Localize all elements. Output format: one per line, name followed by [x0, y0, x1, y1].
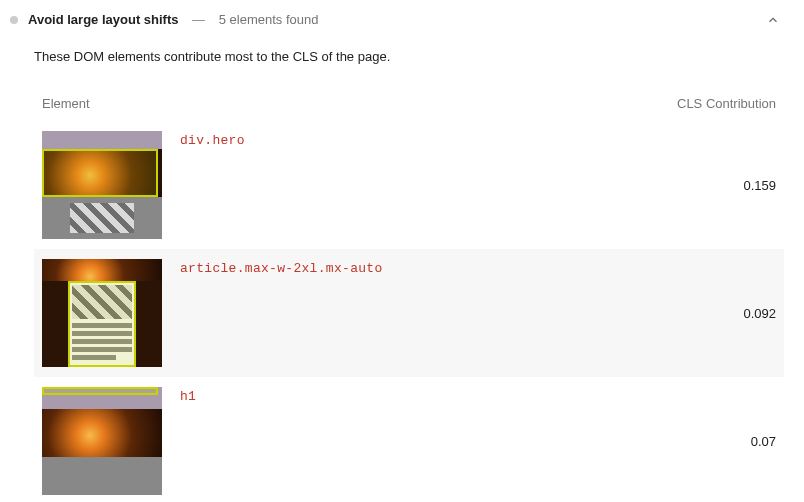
cls-value: 0.092: [706, 306, 776, 321]
audit-title: Avoid large layout shifts: [28, 12, 179, 27]
audit-header[interactable]: Avoid large layout shifts — 5 elements f…: [6, 6, 784, 33]
table-row[interactable]: h1 0.07: [34, 377, 784, 502]
table-row[interactable]: div.hero 0.159: [34, 121, 784, 249]
element-selector: article.max-w-2xl.mx-auto: [180, 259, 688, 276]
element-selector: h1: [180, 387, 688, 404]
element-selector: div.hero: [180, 131, 688, 148]
table-row[interactable]: article.max-w-2xl.mx-auto 0.092: [34, 249, 784, 377]
status-dot-icon: [10, 16, 18, 24]
element-thumbnail: [42, 387, 162, 495]
separator: —: [189, 12, 209, 27]
table-header: Element CLS Contribution: [34, 92, 784, 121]
audit-description: These DOM elements contribute most to th…: [34, 49, 784, 64]
cls-value: 0.07: [706, 434, 776, 449]
cls-value: 0.159: [706, 178, 776, 193]
element-thumbnail: [42, 131, 162, 239]
col-element: Element: [42, 96, 90, 111]
col-contribution: CLS Contribution: [677, 96, 776, 111]
audit-count: 5 elements found: [219, 12, 319, 27]
chevron-up-icon[interactable]: [766, 13, 780, 27]
element-thumbnail: [42, 259, 162, 367]
cls-table: Element CLS Contribution div.hero 0.159 …: [34, 92, 784, 502]
